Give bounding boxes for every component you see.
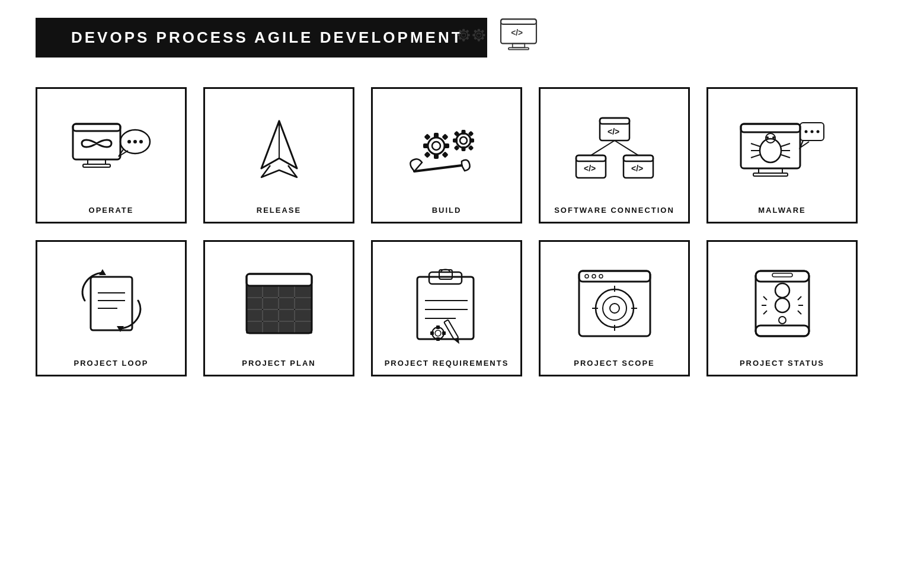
svg-rect-52 — [469, 138, 474, 142]
malware-label: MALWARE — [758, 206, 805, 215]
software-connection-icon: </> </> </> — [573, 100, 656, 201]
svg-point-152 — [779, 317, 786, 324]
svg-point-151 — [775, 298, 789, 312]
svg-rect-42 — [444, 143, 449, 148]
project-plan-card: PROJECT PLAN — [203, 240, 354, 376]
svg-rect-20 — [481, 37, 484, 40]
svg-rect-43 — [424, 133, 430, 140]
build-icon — [405, 100, 488, 201]
svg-rect-110 — [279, 298, 294, 309]
svg-rect-5 — [467, 34, 470, 36]
svg-rect-51 — [453, 138, 458, 142]
svg-rect-135 — [579, 271, 650, 282]
svg-rect-16 — [482, 34, 485, 36]
svg-rect-19 — [474, 37, 477, 40]
svg-rect-23 — [501, 19, 536, 24]
svg-rect-14 — [478, 39, 480, 42]
svg-rect-111 — [295, 298, 311, 309]
svg-rect-121 — [429, 272, 462, 284]
svg-point-138 — [599, 274, 603, 278]
svg-point-150 — [775, 283, 789, 298]
svg-text:</>: </> — [631, 164, 643, 173]
svg-rect-58 — [600, 118, 629, 124]
svg-rect-13 — [478, 29, 480, 32]
svg-rect-131 — [442, 331, 446, 335]
header-bar: DEVOPS PROCESS AGILE DEVELOPMENT — [36, 18, 487, 58]
project-plan-icon — [241, 253, 318, 354]
svg-rect-2 — [462, 29, 465, 32]
svg-rect-118 — [279, 322, 294, 333]
svg-rect-40 — [434, 154, 439, 159]
svg-line-66 — [591, 141, 615, 155]
build-card: BUILD — [371, 87, 522, 224]
svg-rect-30 — [83, 164, 110, 167]
devops-gears-icon: Dev Ops — [450, 17, 492, 55]
svg-rect-41 — [423, 143, 429, 148]
svg-text:</>: </> — [608, 127, 619, 136]
svg-rect-49 — [461, 130, 465, 135]
operate-card: OPERATE — [36, 87, 187, 224]
svg-rect-27 — [73, 124, 120, 159]
project-scope-icon — [576, 253, 653, 354]
svg-point-32 — [127, 140, 131, 143]
svg-rect-46 — [442, 151, 448, 158]
svg-rect-61 — [576, 155, 606, 161]
project-status-card: PROJECT STATUS — [706, 240, 858, 376]
svg-rect-105 — [263, 286, 278, 297]
svg-rect-114 — [279, 310, 294, 321]
svg-rect-15 — [472, 34, 475, 36]
svg-point-80 — [766, 136, 769, 139]
svg-rect-64 — [624, 155, 653, 161]
cards-row-2: PROJECT LOOP — [36, 240, 888, 376]
svg-point-136 — [585, 274, 589, 278]
svg-rect-113 — [263, 310, 278, 321]
project-requirements-label: PROJECT REQUIREMENTS — [385, 359, 509, 368]
icon-grid: OPERATE RELEASE — [36, 87, 888, 376]
svg-rect-50 — [461, 146, 465, 151]
svg-line-79 — [781, 155, 790, 158]
svg-text:Ops: Ops — [477, 32, 482, 35]
svg-line-77 — [781, 143, 790, 146]
malware-icon — [738, 100, 827, 201]
svg-rect-93 — [247, 274, 312, 286]
svg-rect-109 — [263, 298, 278, 309]
svg-rect-115 — [295, 310, 311, 321]
svg-rect-112 — [247, 310, 262, 321]
cards-row-1: OPERATE RELEASE — [36, 87, 888, 224]
svg-rect-71 — [753, 173, 788, 176]
project-plan-label: PROJECT PLAN — [242, 359, 315, 368]
svg-rect-104 — [247, 286, 262, 297]
svg-rect-119 — [295, 322, 311, 333]
project-loop-card: PROJECT LOOP — [36, 240, 187, 376]
svg-text:</>: </> — [511, 28, 523, 37]
svg-text:</>: </> — [584, 164, 596, 173]
project-loop-icon — [73, 253, 150, 354]
svg-marker-90 — [99, 269, 106, 275]
svg-point-84 — [810, 130, 813, 133]
project-status-icon — [744, 253, 821, 354]
svg-rect-107 — [295, 286, 311, 297]
svg-rect-69 — [741, 124, 800, 132]
svg-point-137 — [592, 274, 596, 278]
svg-rect-116 — [247, 322, 262, 333]
project-loop-label: PROJECT LOOP — [74, 359, 149, 368]
header-icons-area: Dev Ops — [450, 17, 539, 55]
release-icon — [250, 100, 309, 201]
svg-line-157 — [763, 311, 767, 314]
svg-point-48 — [460, 137, 467, 144]
release-card: RELEASE — [203, 87, 354, 224]
operate-label: OPERATE — [89, 206, 134, 215]
svg-rect-130 — [430, 331, 434, 335]
svg-rect-9 — [466, 37, 469, 40]
svg-rect-7 — [466, 30, 469, 33]
svg-rect-129 — [436, 337, 440, 341]
svg-rect-108 — [247, 298, 262, 309]
release-label: RELEASE — [257, 206, 301, 215]
svg-rect-149 — [772, 273, 792, 277]
svg-point-141 — [610, 304, 619, 313]
svg-point-47 — [456, 133, 471, 148]
header-title: DEVOPS PROCESS AGILE DEVELOPMENT — [71, 28, 463, 46]
svg-line-156 — [798, 311, 801, 314]
project-requirements-icon — [408, 253, 485, 354]
software-connection-card: </> </> </> SOFTWARE CONNECTION — [539, 87, 690, 224]
